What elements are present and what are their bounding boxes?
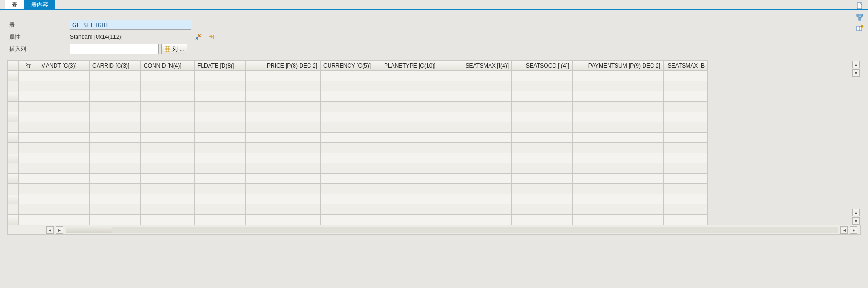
rownum-cell[interactable] (19, 122, 38, 133)
cell[interactable] (512, 133, 573, 143)
cell[interactable] (381, 91, 451, 102)
table-row[interactable] (8, 215, 708, 225)
cell[interactable] (512, 153, 573, 163)
cell[interactable] (38, 133, 90, 143)
cell[interactable] (90, 81, 141, 91)
cell[interactable] (38, 194, 90, 204)
cell[interactable] (195, 194, 246, 204)
row-header[interactable] (8, 215, 19, 225)
cell[interactable] (512, 112, 573, 122)
col-10[interactable]: SEATSMAX_B (664, 61, 708, 71)
cell[interactable] (573, 184, 664, 194)
cell[interactable] (381, 133, 451, 143)
col-2[interactable]: CONNID [N(4)] (141, 61, 195, 71)
cell[interactable] (664, 204, 708, 215)
cell[interactable] (246, 184, 321, 194)
cell[interactable] (512, 184, 573, 194)
cell[interactable] (246, 153, 321, 163)
cell[interactable] (573, 174, 664, 184)
cell[interactable] (195, 215, 246, 225)
cell[interactable] (38, 102, 90, 112)
cell[interactable] (573, 133, 664, 143)
cell[interactable] (321, 143, 381, 153)
rownum-cell[interactable] (19, 174, 38, 184)
cell[interactable] (38, 112, 90, 122)
rownum-cell[interactable] (19, 133, 38, 143)
cell[interactable] (664, 71, 708, 81)
cell[interactable] (451, 174, 512, 184)
cell[interactable] (321, 184, 381, 194)
cell[interactable] (90, 112, 141, 122)
table-row[interactable] (8, 133, 708, 143)
cell[interactable] (141, 122, 195, 133)
cell[interactable] (195, 133, 246, 143)
cell[interactable] (573, 194, 664, 204)
cell[interactable] (141, 163, 195, 174)
grid-body[interactable]: 行 MANDT [C(3)]CARRID [C(3)]CONNID [N(4)]… (7, 60, 851, 225)
cell[interactable] (381, 194, 451, 204)
cell[interactable] (195, 174, 246, 184)
scroll-left-end-icon[interactable]: ◂ (840, 226, 848, 234)
table-row[interactable] (8, 91, 708, 102)
row-header[interactable] (8, 102, 19, 112)
cell[interactable] (246, 133, 321, 143)
cell[interactable] (451, 153, 512, 163)
cell[interactable] (38, 174, 90, 184)
cell[interactable] (664, 112, 708, 122)
cell[interactable] (381, 174, 451, 184)
cell[interactable] (573, 215, 664, 225)
cell[interactable] (451, 215, 512, 225)
row-header[interactable] (8, 122, 19, 133)
row-header[interactable] (8, 163, 19, 174)
rownum-cell[interactable] (19, 215, 38, 225)
cell[interactable] (246, 102, 321, 112)
cell[interactable] (664, 133, 708, 143)
cell[interactable] (573, 102, 664, 112)
cell[interactable] (195, 153, 246, 163)
scroll-right-end-icon[interactable]: ▸ (850, 226, 857, 234)
cell[interactable] (451, 143, 512, 153)
cell[interactable] (38, 204, 90, 215)
cell[interactable] (451, 91, 512, 102)
row-header[interactable] (8, 143, 19, 153)
rownum-cell[interactable] (19, 184, 38, 194)
scroll-down-top-icon[interactable]: ▾ (852, 69, 860, 77)
cell[interactable] (141, 102, 195, 112)
cell[interactable] (90, 122, 141, 133)
col-1[interactable]: CARRID [C(3)] (90, 61, 141, 71)
table-row[interactable] (8, 102, 708, 112)
cell[interactable] (381, 81, 451, 91)
cell[interactable] (381, 71, 451, 81)
cell[interactable] (246, 174, 321, 184)
cell[interactable] (195, 143, 246, 153)
cell[interactable] (512, 91, 573, 102)
cell[interactable] (90, 133, 141, 143)
cell[interactable] (141, 71, 195, 81)
cell[interactable] (381, 122, 451, 133)
cell[interactable] (381, 204, 451, 215)
cell[interactable] (90, 194, 141, 204)
cell[interactable] (195, 184, 246, 194)
cell[interactable] (195, 163, 246, 174)
hscroll-thumb[interactable] (66, 227, 112, 233)
cell[interactable] (451, 122, 512, 133)
cell[interactable] (90, 143, 141, 153)
table-row[interactable] (8, 194, 708, 204)
tab-table-content[interactable]: 表内容 (24, 0, 55, 9)
cell[interactable] (321, 112, 381, 122)
tab-table[interactable]: 表 (5, 0, 24, 9)
scroll-up-top-icon[interactable]: ▴ (852, 61, 860, 68)
cell[interactable] (512, 204, 573, 215)
tree-icon[interactable] (856, 13, 864, 21)
cell[interactable] (573, 112, 664, 122)
hscroll-track[interactable] (66, 227, 838, 233)
col-0[interactable]: MANDT [C(3)] (38, 61, 90, 71)
table-row[interactable] (8, 184, 708, 194)
rownum-cell[interactable] (19, 143, 38, 153)
table-row[interactable] (8, 153, 708, 163)
row-header[interactable] (8, 194, 19, 204)
table-row[interactable] (8, 122, 708, 133)
data-table[interactable]: 行 MANDT [C(3)]CARRID [C(3)]CONNID [N(4)]… (8, 60, 708, 225)
cell[interactable] (573, 204, 664, 215)
cell[interactable] (90, 184, 141, 194)
